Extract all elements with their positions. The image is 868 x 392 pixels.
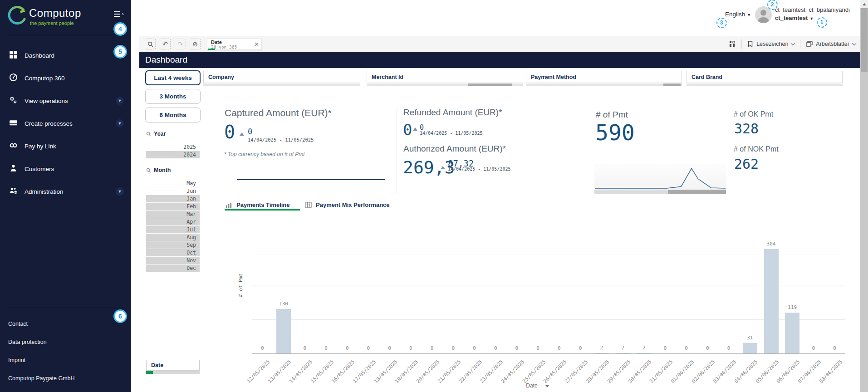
filter-merchant-id[interactable]: Merchant Id [367, 71, 523, 83]
month-value-dec[interactable]: Dec [146, 265, 200, 272]
chart-value-label: 0 [570, 345, 591, 351]
selections-toolbar: ↶ ↷ ⊘ Date 28 von 365 ✕ Lesezeichen Arbe… [139, 36, 860, 52]
sidebar-item-label: View operations [25, 98, 68, 104]
chart-value-label: 0 [252, 345, 273, 351]
kpi-pmt-scrollbar[interactable] [594, 190, 726, 194]
tab-payments-timeline[interactable]: Payments Timeline [226, 201, 290, 208]
language-label: English [725, 11, 745, 18]
sidebar-item-view-operations[interactable]: View operations▼ [0, 89, 131, 112]
time-button-3-months[interactable]: 3 Months [145, 89, 201, 104]
chart-gridline [252, 285, 845, 285]
selections-forward-icon[interactable]: ↷ [175, 39, 186, 49]
chart-bar[interactable] [594, 353, 609, 354]
annotation-badge-6: 6 [113, 309, 127, 323]
annotation-badge-3: 3 [716, 18, 727, 28]
time-button-last-4-weeks[interactable]: Last 4 weeks [145, 70, 201, 85]
chart-value-label: 0 [803, 345, 824, 351]
trend-up-icon [441, 166, 445, 169]
filter-month: Month MayJunJanFebMarAprJulAugSepOctNovD… [146, 167, 200, 272]
kpi-captured-value: 0 [224, 122, 235, 142]
filter-payment-method[interactable]: Payment Method [526, 71, 682, 83]
selections-back-icon[interactable]: ↶ [160, 39, 171, 49]
month-value-mar[interactable]: Mar [146, 211, 200, 218]
sidebar-item-label: Computop 360 [25, 75, 65, 82]
month-value-aug[interactable]: Aug [146, 234, 200, 241]
sidebar-footer-contact[interactable]: Contact [0, 315, 131, 333]
chart-value-label: 119 [782, 304, 803, 310]
toolbar-divider [800, 39, 800, 49]
chart-dimension-selector[interactable]: Date [252, 382, 824, 389]
chart-bar[interactable] [637, 353, 651, 354]
sheets-dropdown[interactable]: Arbeitsblätter [806, 41, 856, 47]
month-value-sep[interactable]: Sep [146, 241, 200, 249]
table-icon [305, 201, 312, 208]
close-icon[interactable]: ✕ [254, 41, 259, 47]
filter-company-scrollbar[interactable] [203, 83, 360, 86]
chart-x-axis-labels: 12/05/202513/05/202514/05/202515/05/2025… [252, 354, 845, 382]
filter-date[interactable]: Date [146, 360, 200, 371]
month-value-may[interactable]: May [146, 180, 200, 187]
clear-selections-icon[interactable]: ⊘ [190, 39, 201, 49]
month-value-jul[interactable]: Jul [146, 226, 200, 234]
filter-card-brand-scrollbar[interactable] [687, 83, 843, 86]
link-icon [9, 141, 18, 151]
kpi-authorized-range: 14/04/2025 - 11/05/2025 [448, 167, 510, 172]
month-value-nov[interactable]: Nov [146, 257, 200, 265]
kpi-ok-pmt-title: # of OK Pmt [734, 110, 773, 118]
month-value-jan[interactable]: Jan [146, 195, 200, 203]
active-tab-underline [225, 209, 300, 211]
sidebar-item-dashboard[interactable]: Dashboard [0, 44, 131, 67]
sidebar-footer-imprint[interactable]: Imprint [0, 351, 131, 369]
chevron-down-icon: ▼ [747, 13, 751, 17]
user-name-full: ct_teamtest_ct_bpalaniyandi [775, 6, 861, 14]
chevron-down-icon[interactable]: ▼ [116, 119, 124, 127]
filter-card-brand[interactable]: Card Brand [687, 71, 843, 83]
tab-payment-mix-performance[interactable]: Payment Mix Performance [305, 201, 390, 208]
payments-timeline-chart[interactable]: 01300000000000000022200003130411900 [252, 217, 845, 354]
sheet-title-bar: Dashboard [139, 52, 860, 68]
chart-value-label: 0 [697, 345, 718, 351]
month-value-feb[interactable]: Feb [146, 203, 200, 211]
chevron-down-icon[interactable]: ▼ [116, 187, 124, 196]
selection-chip-date[interactable]: Date 28 von 365 ✕ [207, 39, 262, 50]
year-value-2025[interactable]: 2025 [146, 143, 200, 151]
filter-company[interactable]: Company [203, 71, 360, 83]
smart-search-icon[interactable] [145, 39, 156, 49]
chart-x-axis [252, 353, 845, 354]
annotation-badge-4: 4 [113, 22, 127, 36]
bar-chart-icon [226, 201, 232, 208]
sidebar-item-customers[interactable]: Customers [0, 157, 131, 180]
chart-bar[interactable] [616, 353, 630, 354]
sidebar-footer-computop-paygate-gmbh[interactable]: Computop Paygate GmbH [0, 369, 131, 387]
sidebar-collapse-icon[interactable]: ‹ [114, 11, 124, 18]
chart-gridline [252, 319, 845, 320]
sidebar-footer-data-protection[interactable]: Data protection [0, 333, 131, 351]
chart-bar[interactable] [785, 313, 799, 353]
sidebar-footer: ContactData protectionImprintComputop Pa… [0, 315, 131, 387]
filter-merchant-id-scrollbar[interactable] [367, 83, 523, 86]
app-logo-tagline: the payment people [30, 20, 74, 26]
bookmarks-dropdown[interactable]: Lesezeichen [747, 41, 794, 47]
sidebar-item-create-processes[interactable]: Create processes▼ [0, 112, 131, 135]
sidebar-item-administration[interactable]: Administration▼ [0, 180, 131, 203]
chevron-down-icon[interactable]: ▼ [116, 97, 124, 105]
scroll-up-icon[interactable] [860, 0, 868, 8]
sidebar-item-pay-by-link[interactable]: Pay by Link [0, 135, 131, 157]
year-value-2024[interactable]: 2024 [146, 151, 200, 159]
sidebar-item-computop-360[interactable]: Computop 360 [0, 67, 131, 89]
chart-bar[interactable] [276, 309, 291, 353]
chart-bar[interactable] [764, 249, 779, 353]
sidebar: Computop the payment people ‹ DashboardC… [0, 0, 131, 392]
insights-button[interactable] [729, 40, 736, 48]
filter-payment-method-scrollbar[interactable] [526, 83, 682, 86]
card-icon [9, 118, 18, 128]
month-value-jun[interactable]: Jun [146, 187, 200, 195]
chart-bar[interactable] [743, 343, 757, 353]
language-dropdown[interactable]: English▼ [725, 11, 751, 18]
page-scrollbar[interactable] [860, 0, 868, 392]
time-button-6-months[interactable]: 6 Months [145, 108, 201, 122]
sidebar-footer-divider [7, 307, 124, 307]
month-value-apr[interactable]: Apr [146, 218, 200, 226]
scrollbar-thumb[interactable] [861, 8, 868, 72]
month-value-oct[interactable]: Oct [146, 249, 200, 257]
